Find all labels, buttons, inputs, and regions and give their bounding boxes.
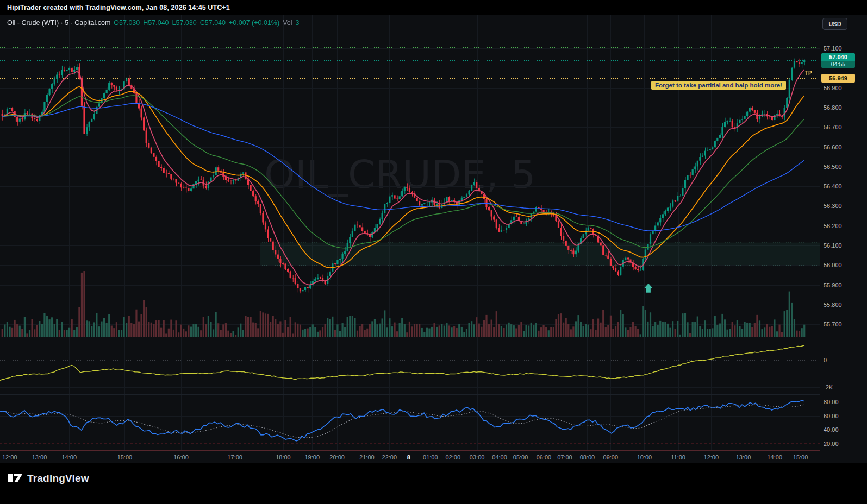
price-axis-label: 55.800 (824, 301, 842, 308)
time-axis[interactable]: 12:0013:0014:0015:0016:0017:0018:0019:00… (0, 451, 820, 463)
price-change: +0.007 (+0.01%) (229, 19, 279, 27)
time-axis-label: 11:00 (669, 454, 688, 461)
time-axis-label: 15:00 (791, 454, 810, 461)
tradingview-logo[interactable]: TradingView (8, 471, 89, 485)
indicator2-axis-label: 20.00 (824, 440, 839, 447)
time-axis-label: 17:00 (225, 454, 245, 461)
time-axis-label: 12:00 (0, 454, 20, 461)
symbol-legend: Oil - Crude (WTI) · 5 · Capital.com O57.… (7, 19, 299, 27)
time-axis-label: 13:00 (734, 454, 753, 461)
time-axis-label: 01:00 (421, 454, 440, 461)
price-axis-label: 56.700 (824, 124, 842, 130)
time-axis-label: 22:00 (379, 454, 399, 461)
price-axis-label: 56.600 (824, 144, 842, 150)
price-axis-label: 56.500 (824, 163, 842, 170)
bar-countdown: 04:55 (821, 61, 855, 68)
chart-note[interactable]: Forget to take partitial and halp hold m… (651, 81, 786, 90)
indicator1-axis-label: -2K (824, 384, 833, 390)
ohlc-close: C57.040 (200, 19, 226, 27)
time-axis-label: 13:00 (30, 454, 49, 461)
ohlc-low: L57.030 (172, 19, 197, 27)
time-axis-label: 05:00 (511, 454, 531, 461)
currency-button[interactable]: USD (822, 18, 847, 30)
time-axis-label: 12:00 (701, 454, 721, 461)
time-axis-label: 14:00 (59, 454, 79, 461)
time-axis-label: 20:00 (327, 454, 347, 461)
symbol-title[interactable]: Oil - Crude (WTI) · 5 · Capital.com (7, 19, 110, 27)
time-axis-label: 16:00 (171, 454, 191, 461)
price-axis-label: 56.400 (824, 183, 842, 190)
current-price-value: 57.040 (821, 53, 855, 61)
indicator2-axis-label: 80.00 (824, 399, 839, 405)
indicator2-axis-label: 60.00 (824, 413, 839, 419)
chart-area[interactable]: Oil - Crude (WTI) · 5 · Capital.com O57.… (0, 15, 867, 463)
time-axis-label: 09:00 (601, 454, 620, 461)
time-axis-label: 07:00 (555, 454, 575, 461)
time-axis-label: 19:00 (302, 454, 322, 461)
indicator1-axis-label: 0 (824, 357, 827, 363)
ohlc-open: O57.030 (114, 19, 140, 27)
time-axis-label: 02:00 (443, 454, 463, 461)
volume-indicator-label[interactable]: Vol (283, 19, 292, 27)
indicator2-axis-label: 40.00 (824, 426, 839, 433)
time-axis-label: 06:00 (534, 454, 553, 461)
price-axis-label: 56.200 (824, 223, 842, 229)
price-axis-label: 55.900 (824, 282, 842, 288)
price-axis-label: 56.800 (824, 104, 842, 111)
time-axis-label: 04:00 (490, 454, 509, 461)
time-axis-label: 03:00 (467, 454, 487, 461)
ohlc-high: H57.040 (143, 19, 169, 27)
tradingview-logo-text: TradingView (27, 472, 89, 484)
price-axis-label: 56.000 (824, 262, 842, 268)
time-axis-label: 08:00 (577, 454, 597, 461)
price-axis-label: 55.700 (824, 321, 842, 327)
time-axis-label: 15:00 (115, 454, 134, 461)
price-axis-label: 56.300 (824, 203, 842, 209)
panel-separator[interactable] (0, 394, 867, 395)
price-axis-label: 56.100 (824, 242, 842, 249)
price-axis[interactable]: USD 57.10056.90056.80056.70056.60056.500… (820, 15, 867, 463)
take-profit-badge: 56.949 (821, 74, 855, 83)
tradingview-logo-icon (8, 471, 23, 485)
price-axis-label: 56.900 (824, 85, 842, 91)
time-axis-label: 8 (399, 454, 419, 461)
time-axis-label: 21:00 (357, 454, 377, 461)
current-price-badge: 57.040 04:55 (821, 53, 855, 68)
time-axis-label: 10:00 (634, 454, 654, 461)
time-axis-label: 18:00 (273, 454, 293, 461)
tp-line-label: TP (805, 70, 812, 76)
attribution-text: HipiTrader created with TradingView.com,… (7, 4, 230, 11)
price-axis-label: 57.100 (824, 45, 842, 52)
panel-separator[interactable] (0, 338, 867, 338)
volume-value: 3 (296, 19, 300, 27)
attribution-bar: HipiTrader created with TradingView.com,… (0, 0, 867, 15)
time-axis-label: 14:00 (765, 454, 784, 461)
footer-bar: TradingView (0, 463, 867, 504)
